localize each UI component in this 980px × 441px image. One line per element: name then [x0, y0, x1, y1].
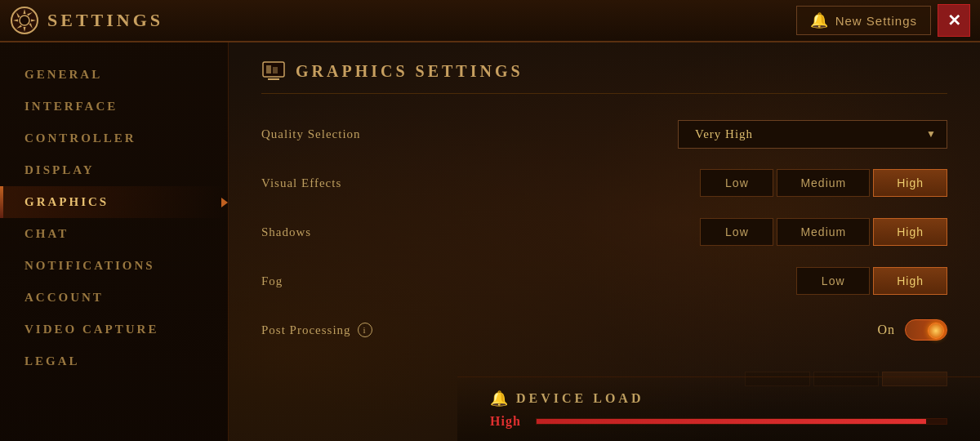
visual-effects-row: Visual Effects Low Medium High	[261, 166, 947, 200]
fog-label: Fog	[261, 274, 283, 288]
post-processing-info-icon[interactable]: i	[358, 323, 372, 337]
fog-buttons: Low High	[796, 267, 947, 295]
shadows-high-button[interactable]: High	[873, 218, 947, 246]
gear-icon	[10, 6, 39, 35]
visual-effects-buttons: Low Medium High	[700, 169, 947, 197]
toggle-knob	[928, 323, 944, 339]
quality-selection-control: Very High ▼	[678, 120, 947, 149]
quality-dropdown[interactable]: Very High ▼	[678, 120, 947, 149]
settings-title: SETTINGS	[47, 10, 163, 31]
quality-selection-label: Quality Selection	[261, 127, 361, 141]
device-load-header: 🔔 DEVICE LOAD	[490, 390, 947, 408]
device-load-bar-container: High	[490, 414, 947, 429]
sidebar: GENERAL INTERFACE CONTROLLER DISPLAY GRA…	[0, 42, 229, 441]
sidebar-label-interface: INTERFACE	[24, 100, 118, 114]
post-processing-toggle[interactable]	[905, 319, 947, 341]
post-processing-toggle-label: On	[877, 323, 895, 337]
sidebar-item-controller[interactable]: CONTROLLER	[0, 122, 228, 154]
sidebar-label-video-capture: VIDEO CAPTURE	[24, 323, 158, 336]
sidebar-item-notifications[interactable]: NOTIFICATIONS	[0, 250, 228, 282]
visual-effects-high-button[interactable]: High	[873, 169, 947, 197]
shadows-buttons: Low Medium High	[700, 218, 947, 246]
new-settings-button[interactable]: 🔔 New Settings	[796, 6, 931, 35]
sidebar-item-video-capture[interactable]: VIDEO CAPTURE	[0, 314, 228, 345]
sidebar-item-interface[interactable]: INTERFACE	[0, 91, 228, 122]
header-left: SETTINGS	[10, 6, 163, 35]
sidebar-label-graphics: GRAPHICS	[24, 195, 109, 209]
close-button[interactable]: ✕	[938, 4, 970, 37]
sidebar-label-general: GENERAL	[24, 68, 102, 82]
header-right: 🔔 New Settings ✕	[796, 4, 970, 37]
bell-device-icon: 🔔	[490, 390, 508, 408]
device-load-section: 🔔 DEVICE LOAD High	[457, 376, 980, 441]
fog-row: Fog Low High	[261, 264, 947, 298]
chevron-down-icon: ▼	[926, 128, 937, 140]
new-settings-label: New Settings	[835, 14, 917, 28]
sidebar-item-graphics[interactable]: GRAPHICS	[0, 186, 228, 218]
svg-point-1	[20, 16, 29, 25]
graphics-settings-icon	[261, 59, 286, 83]
device-load-title: DEVICE LOAD	[516, 391, 644, 406]
shadows-low-button[interactable]: Low	[700, 218, 773, 246]
content-header: GRAPHICS SETTINGS	[261, 59, 947, 94]
sidebar-item-general[interactable]: GENERAL	[0, 59, 228, 91]
shadows-label: Shadows	[261, 225, 311, 239]
main-container: GENERAL INTERFACE CONTROLLER DISPLAY GRA…	[0, 42, 980, 441]
visual-effects-label: Visual Effects	[261, 176, 341, 190]
sidebar-label-controller: CONTROLLER	[24, 131, 136, 145]
post-processing-toggle-container: On	[877, 319, 947, 341]
svg-rect-4	[273, 67, 278, 74]
sidebar-item-display[interactable]: DISPLAY	[0, 154, 228, 186]
sidebar-item-chat[interactable]: CHAT	[0, 218, 228, 250]
sidebar-item-legal[interactable]: LEGAL	[0, 345, 228, 377]
header-bar: SETTINGS 🔔 New Settings ✕	[0, 0, 980, 42]
sidebar-item-account[interactable]: ACCOUNT	[0, 282, 228, 314]
post-processing-label: Post Processing i	[261, 323, 372, 337]
sidebar-label-display: DISPLAY	[24, 163, 94, 177]
content-title: GRAPHICS SETTINGS	[296, 62, 523, 81]
sidebar-label-account: ACCOUNT	[24, 291, 104, 305]
svg-rect-3	[266, 65, 271, 74]
post-processing-row: Post Processing i On	[261, 313, 947, 347]
visual-effects-low-button[interactable]: Low	[700, 169, 773, 197]
quality-dropdown-value: Very High	[695, 127, 753, 141]
shadows-medium-button[interactable]: Medium	[777, 218, 870, 246]
device-load-bar-background	[536, 418, 947, 425]
quality-selection-row: Quality Selection Very High ▼	[261, 117, 947, 151]
content-area: GRAPHICS SETTINGS Quality Selection Very…	[229, 42, 980, 441]
sidebar-label-legal: LEGAL	[24, 354, 80, 368]
svg-rect-5	[268, 78, 279, 80]
sidebar-label-chat: CHAT	[24, 227, 69, 241]
device-load-status: High	[490, 414, 523, 429]
fog-low-button[interactable]: Low	[796, 267, 870, 295]
bell-icon: 🔔	[810, 11, 829, 29]
visual-effects-medium-button[interactable]: Medium	[777, 169, 870, 197]
sidebar-label-notifications: NOTIFICATIONS	[24, 259, 155, 273]
fog-high-button[interactable]: High	[873, 267, 947, 295]
device-load-bar-fill	[537, 419, 926, 424]
close-icon: ✕	[947, 11, 961, 30]
shadows-row: Shadows Low Medium High	[261, 215, 947, 249]
